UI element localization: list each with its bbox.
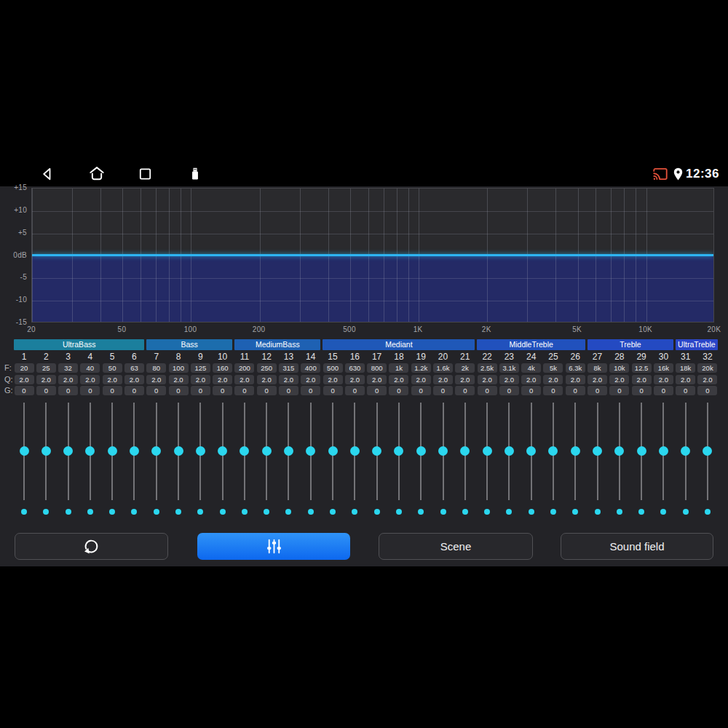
band-slider-knob[interactable] [240, 446, 249, 456]
band-q-chip[interactable]: 2.0 [169, 375, 189, 384]
band-slider-knob[interactable] [483, 446, 492, 456]
band-slider-knob[interactable] [130, 446, 139, 456]
band-gain-chip[interactable]: 0 [58, 386, 78, 395]
band-frequency-chip[interactable]: 400 [301, 363, 320, 373]
band-slider-knob[interactable] [151, 446, 161, 456]
home-icon[interactable] [87, 165, 106, 183]
band-slider-knob[interactable] [328, 446, 338, 456]
band-frequency-chip[interactable]: 18k [676, 363, 695, 373]
band-gain-chip[interactable]: 0 [15, 386, 34, 395]
band-frequency-chip[interactable]: 160 [213, 363, 232, 373]
band-slider-knob[interactable] [548, 446, 558, 456]
band-slider-knob[interactable] [85, 446, 95, 456]
band-q-chip[interactable]: 2.0 [654, 375, 673, 384]
band-frequency-chip[interactable]: 3.1k [499, 363, 519, 373]
band-slider-knob[interactable] [63, 446, 73, 456]
band-slider-knob[interactable] [20, 446, 29, 456]
band-gain-chip[interactable]: 0 [455, 386, 475, 395]
band-q-chip[interactable]: 2.0 [146, 375, 166, 384]
band-slider-knob[interactable] [659, 446, 668, 456]
band-gain-chip[interactable]: 0 [654, 386, 673, 395]
band-q-chip[interactable]: 2.0 [234, 375, 254, 384]
band-frequency-chip[interactable]: 4k [521, 363, 541, 373]
band-gain-chip[interactable]: 0 [257, 386, 277, 395]
band-gain-chip[interactable]: 0 [345, 386, 365, 395]
band-frequency-chip[interactable]: 20k [697, 363, 717, 373]
band-slider-knob[interactable] [306, 446, 315, 456]
band-frequency-chip[interactable]: 80 [146, 363, 166, 373]
band-q-chip[interactable]: 2.0 [36, 375, 56, 384]
band-q-chip[interactable]: 2.0 [566, 375, 585, 384]
band-q-chip[interactable]: 2.0 [499, 375, 519, 384]
band-gain-chip[interactable]: 0 [323, 386, 343, 395]
band-gain-chip[interactable]: 0 [234, 386, 254, 395]
band-slider-knob[interactable] [571, 446, 580, 456]
band-gain-chip[interactable]: 0 [191, 386, 210, 395]
band-frequency-chip[interactable]: 25 [36, 363, 56, 373]
band-slider-knob[interactable] [108, 446, 117, 456]
band-frequency-chip[interactable]: 1.6k [433, 363, 453, 373]
band-frequency-chip[interactable]: 1k [389, 363, 408, 373]
band-gain-chip[interactable]: 0 [697, 386, 717, 395]
band-q-chip[interactable]: 2.0 [609, 375, 629, 384]
band-frequency-chip[interactable]: 500 [323, 363, 343, 373]
band-q-chip[interactable]: 2.0 [301, 375, 320, 384]
band-q-chip[interactable]: 2.0 [676, 375, 695, 384]
band-frequency-chip[interactable]: 200 [234, 363, 254, 373]
band-q-chip[interactable]: 2.0 [58, 375, 78, 384]
band-slider-knob[interactable] [526, 446, 536, 456]
band-gain-chip[interactable]: 0 [367, 386, 387, 395]
band-q-chip[interactable]: 2.0 [80, 375, 100, 384]
band-slider-knob[interactable] [350, 446, 360, 456]
band-slider-knob[interactable] [41, 446, 51, 456]
equalizer-button[interactable] [197, 533, 350, 560]
band-gain-chip[interactable]: 0 [609, 386, 629, 395]
band-gain-chip[interactable]: 0 [103, 386, 122, 395]
band-slider-knob[interactable] [416, 446, 426, 456]
band-frequency-chip[interactable]: 315 [279, 363, 298, 373]
band-slider-knob[interactable] [460, 446, 470, 456]
band-q-chip[interactable]: 2.0 [15, 375, 34, 384]
band-slider-knob[interactable] [372, 446, 381, 456]
band-gain-chip[interactable]: 0 [301, 386, 320, 395]
band-frequency-chip[interactable]: 50 [103, 363, 122, 373]
sound-field-button[interactable]: Sound field [561, 533, 713, 560]
scene-button[interactable]: Scene [379, 533, 533, 560]
band-q-chip[interactable]: 2.0 [587, 375, 607, 384]
band-q-chip[interactable]: 2.0 [191, 375, 210, 384]
band-q-chip[interactable]: 2.0 [124, 375, 144, 384]
band-frequency-chip[interactable]: 63 [124, 363, 144, 373]
band-q-chip[interactable]: 2.0 [367, 375, 387, 384]
band-q-chip[interactable]: 2.0 [455, 375, 475, 384]
band-frequency-chip[interactable]: 250 [257, 363, 277, 373]
band-slider-knob[interactable] [703, 446, 712, 456]
band-gain-chip[interactable]: 0 [80, 386, 100, 395]
band-slider-knob[interactable] [505, 446, 514, 456]
band-gain-chip[interactable]: 0 [499, 386, 519, 395]
band-slider-knob[interactable] [174, 446, 183, 456]
band-q-chip[interactable]: 2.0 [103, 375, 122, 384]
band-frequency-chip[interactable]: 32 [58, 363, 78, 373]
band-gain-chip[interactable]: 0 [411, 386, 431, 395]
reset-button[interactable] [15, 533, 168, 560]
band-q-chip[interactable]: 2.0 [411, 375, 431, 384]
band-gain-chip[interactable]: 0 [213, 386, 232, 395]
band-gain-chip[interactable]: 0 [389, 386, 408, 395]
band-q-chip[interactable]: 2.0 [345, 375, 365, 384]
band-gain-chip[interactable]: 0 [478, 386, 497, 395]
band-q-chip[interactable]: 2.0 [279, 375, 298, 384]
band-q-chip[interactable]: 2.0 [213, 375, 232, 384]
band-gain-chip[interactable]: 0 [543, 386, 563, 395]
band-q-chip[interactable]: 2.0 [521, 375, 541, 384]
band-frequency-chip[interactable]: 800 [367, 363, 387, 373]
band-frequency-chip[interactable]: 100 [169, 363, 189, 373]
band-slider-knob[interactable] [681, 446, 690, 456]
band-gain-chip[interactable]: 0 [566, 386, 585, 395]
band-gain-chip[interactable]: 0 [521, 386, 541, 395]
band-q-chip[interactable]: 2.0 [433, 375, 453, 384]
band-frequency-chip[interactable]: 10k [609, 363, 629, 373]
band-q-chip[interactable]: 2.0 [323, 375, 343, 384]
recents-icon[interactable] [137, 166, 154, 183]
band-frequency-chip[interactable]: 5k [543, 363, 563, 373]
band-slider-knob[interactable] [284, 446, 293, 456]
